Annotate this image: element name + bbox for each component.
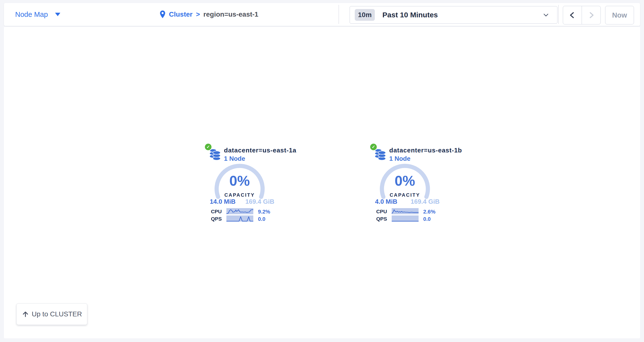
cpu-sparkline <box>226 208 253 214</box>
healthy-check-icon: ✓ <box>205 144 212 150</box>
capacity-usable: 169.4 GiB <box>410 198 440 205</box>
breadcrumb: Cluster > region=us-east-1 <box>160 3 258 26</box>
capacity-percent: 0% <box>379 172 431 189</box>
time-prev-button[interactable] <box>563 6 582 24</box>
time-next-button[interactable] <box>582 6 601 24</box>
breadcrumb-current: region=us-east-1 <box>204 10 258 18</box>
cpu-sparkline <box>392 208 418 214</box>
database-stack-icon <box>374 147 386 161</box>
time-range-badge: 10m <box>355 9 375 21</box>
qps-label: QPS <box>370 216 387 222</box>
time-range-dropdown[interactable]: 10m Past 10 Minutes <box>350 6 558 24</box>
breadcrumb-separator: > <box>196 10 200 18</box>
datacenter-node-count: 1 Node <box>224 155 245 162</box>
datacenter-title: datacenter=us-east-1a <box>224 147 296 154</box>
capacity-usable: 169.4 GiB <box>245 198 274 205</box>
datacenter-card-us-east-1b[interactable]: ✓ datacenter=us-east-1b 1 Node 0% CAPACI… <box>370 142 450 226</box>
capacity-percent: 0% <box>214 172 266 189</box>
chevron-down-icon <box>542 11 550 18</box>
cpu-label: CPU <box>204 209 222 215</box>
qps-sparkline <box>226 215 253 222</box>
arrow-up-icon <box>22 311 29 318</box>
datacenter-title: datacenter=us-east-1b <box>389 147 462 154</box>
cpu-value: 2.6% <box>423 209 436 215</box>
map-pin-icon <box>160 10 166 18</box>
view-selector-dropdown[interactable]: Node Map <box>15 3 60 26</box>
header-bar: Node Map Cluster > region=us-east-1 10m … <box>4 3 640 26</box>
time-range-label: Past 10 Minutes <box>382 11 438 19</box>
up-to-cluster-label: Up to CLUSTER <box>32 310 82 318</box>
capacity-label: CAPACITY <box>379 192 431 198</box>
qps-label: QPS <box>204 216 222 222</box>
qps-value: 0.0 <box>423 216 431 222</box>
healthy-check-icon: ✓ <box>370 144 377 150</box>
caret-down-icon <box>55 13 60 16</box>
now-button[interactable]: Now <box>605 6 634 24</box>
qps-sparkline <box>392 215 418 222</box>
up-to-cluster-button[interactable]: Up to CLUSTER <box>16 303 87 325</box>
breadcrumb-cluster-link[interactable]: Cluster <box>169 10 192 18</box>
capacity-used: 14.0 MiB <box>210 198 236 205</box>
qps-value: 0.0 <box>258 216 266 222</box>
chevron-left-icon <box>569 11 576 19</box>
header-divider <box>558 5 559 24</box>
capacity-label: CAPACITY <box>214 192 266 198</box>
capacity-used: 4.0 MiB <box>375 198 397 205</box>
chevron-right-icon <box>588 11 595 19</box>
cpu-label: CPU <box>370 209 387 215</box>
cpu-value: 9.2% <box>258 209 270 215</box>
time-nav-arrows <box>563 6 601 24</box>
capacity-values: 4.0 MiB 169.4 GiB <box>375 198 440 205</box>
datacenter-node-count: 1 Node <box>389 155 410 162</box>
database-stack-icon <box>209 147 221 161</box>
node-map-canvas: ✓ datacenter=us-east-1a 1 Node 0% CAPACI… <box>4 27 640 338</box>
datacenter-card-us-east-1a[interactable]: ✓ datacenter=us-east-1a 1 Node 0% CAPACI… <box>204 142 285 226</box>
capacity-values: 14.0 MiB 169.4 GiB <box>210 198 274 205</box>
view-selector-label: Node Map <box>15 10 48 18</box>
